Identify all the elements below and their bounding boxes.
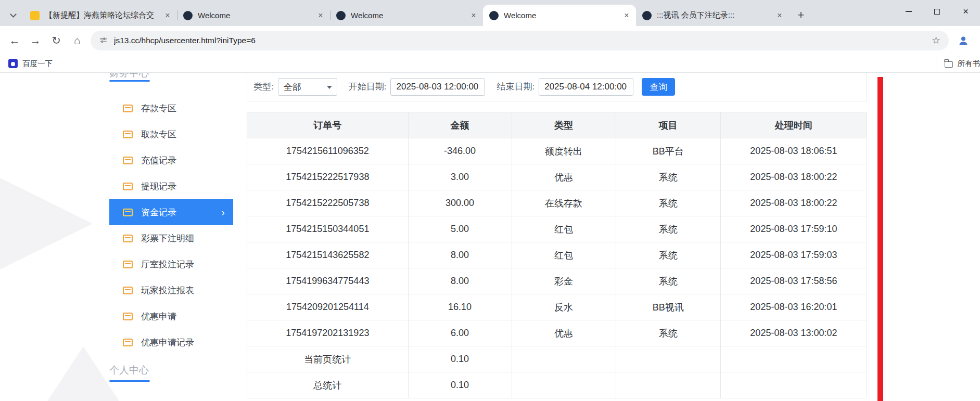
menu-item-label: 充值记录 — [141, 154, 176, 166]
home-button[interactable]: ⌂ — [67, 30, 87, 51]
page-viewport: 财务中心 存款专区 取款专区 充值记录 提现记录 资金记录 › 彩票下注明细 厅… — [0, 73, 980, 401]
browser-tab[interactable]: Welcome × — [177, 5, 330, 26]
end-date-input[interactable] — [539, 78, 633, 96]
reload-button[interactable]: ↻ — [46, 30, 67, 51]
page-scrollbar[interactable] — [877, 77, 883, 401]
bookmark-label: 百度一下 — [22, 59, 53, 69]
sidebar-item-7[interactable]: 厅室投注记录 — [109, 251, 233, 277]
table-cell: 总统计 — [247, 372, 409, 398]
sidebar-item-6[interactable]: 彩票下注明细 — [109, 225, 233, 251]
tab-search-button[interactable] — [5, 7, 21, 23]
maximize-button[interactable] — [923, 0, 951, 23]
table-cell: 当前页统计 — [247, 346, 409, 372]
tab-close-icon[interactable]: × — [468, 10, 479, 21]
bookmark-baidu[interactable]: 百度一下 — [5, 57, 56, 70]
browser-tab[interactable]: :::视讯 会员下注纪录::: × — [636, 5, 789, 26]
sidebar-item-5[interactable]: 资金记录 › — [109, 199, 233, 225]
column-header: 金额 — [408, 112, 512, 138]
table-cell: 系统 — [616, 190, 720, 216]
table-cell: 0.10 — [408, 346, 512, 372]
table-cell: 1754215611096352 — [247, 138, 409, 164]
table-row: 17542151436255828.00红包系统2025-08-03 17:59… — [247, 242, 867, 268]
minimize-icon — [906, 11, 912, 12]
address-bar[interactable]: js13.cc/hhcp/usercenter.html?iniType=6 ☆ — [91, 31, 949, 50]
table-cell: 系统 — [616, 164, 720, 190]
sidebar-item-3[interactable]: 充值记录 — [109, 147, 233, 173]
menu-item-icon — [123, 131, 133, 138]
table-cell — [720, 346, 867, 372]
menu-item-label: 优惠申请 — [141, 311, 176, 322]
profile-button[interactable] — [954, 31, 973, 50]
table-cell: 2025-08-03 17:58:56 — [720, 268, 867, 294]
table-cell: BB平台 — [616, 138, 720, 164]
tab-close-icon[interactable]: × — [315, 10, 326, 21]
menu-item-label: 存款专区 — [141, 102, 176, 114]
table-row: 1754215611096352-346.00额度转出BB平台2025-08-0… — [247, 138, 867, 164]
table-cell — [512, 372, 616, 398]
close-button[interactable]: × — [951, 0, 980, 23]
section-underline — [109, 380, 150, 382]
tab-title: :::视讯 会员下注纪录::: — [657, 10, 774, 20]
chevron-right-icon: › — [221, 206, 225, 218]
tab-title: 【新提醒】海燕策略论坛综合交 — [45, 10, 162, 20]
table-cell: 6.00 — [408, 320, 512, 346]
table-row: 17541972021319236.00优惠系统2025-08-03 13:00… — [247, 320, 867, 346]
forward-button[interactable]: → — [25, 30, 46, 51]
table-cell: 0.10 — [408, 372, 512, 398]
menu-item-icon — [123, 313, 133, 320]
tab-strip-tabs: 【新提醒】海燕策略论坛综合交 × Welcome × Welcome × Wel… — [24, 5, 789, 26]
table-cell: 反水 — [512, 294, 616, 320]
table-cell: 红包 — [512, 242, 616, 268]
table-row: 17541996347754438.00彩金系统2025-08-03 17:58… — [247, 268, 867, 294]
sidebar-item-8[interactable]: 玩家投注报表 — [109, 277, 233, 303]
baidu-favicon-icon — [8, 59, 18, 68]
tab-close-icon[interactable]: × — [621, 10, 632, 21]
table-cell: 彩金 — [512, 268, 616, 294]
sidebar-item-1[interactable]: 存款专区 — [109, 95, 233, 121]
sidebar-item-2[interactable]: 取款专区 — [109, 121, 233, 147]
search-button[interactable]: 查询 — [642, 78, 675, 96]
tab-close-icon[interactable]: × — [162, 10, 173, 21]
new-tab-button[interactable]: + — [793, 7, 809, 23]
back-button[interactable]: ← — [4, 30, 25, 51]
all-bookmarks-button[interactable]: 所有书 — [936, 58, 980, 69]
table-cell: 2025-08-03 18:00:22 — [720, 164, 867, 190]
type-select[interactable]: 全部 — [278, 78, 337, 96]
tab-strip: 【新提醒】海燕策略论坛综合交 × Welcome × Welcome × Wel… — [0, 0, 980, 26]
browser-tab[interactable]: Welcome × — [483, 5, 636, 26]
url-text: js13.cc/hhcp/usercenter.html?iniType=6 — [114, 36, 925, 45]
table-cell: 1754209201254114 — [247, 294, 409, 320]
browser-window: 【新提醒】海燕策略论坛综合交 × Welcome × Welcome × Wel… — [0, 0, 980, 73]
type-label: 类型: — [253, 78, 274, 96]
table-cell: 在线存款 — [512, 190, 616, 216]
browser-tab[interactable]: 【新提醒】海燕策略论坛综合交 × — [24, 5, 177, 26]
tab-close-icon[interactable]: × — [774, 10, 785, 21]
menu-item-icon — [123, 209, 133, 216]
table-cell: 红包 — [512, 216, 616, 242]
menu-item-label: 取款专区 — [141, 128, 176, 140]
sidebar-item-10[interactable]: 优惠申请记录 — [109, 329, 233, 355]
tab-favicon-icon — [183, 11, 193, 20]
table-cell: 系统 — [616, 242, 720, 268]
table-cell: 2025-08-03 18:00:22 — [720, 190, 867, 216]
maximize-icon — [934, 9, 940, 15]
tab-title: Welcome — [504, 11, 621, 20]
table-cell: 1754197202131923 — [247, 320, 409, 346]
browser-tab[interactable]: Welcome × — [330, 5, 483, 26]
table-cell: 2025-08-03 18:06:51 — [720, 138, 867, 164]
start-date-input[interactable] — [390, 78, 485, 96]
bookmarks-bar: 百度一下 所有书 — [0, 55, 980, 73]
table-cell: 1754215143625582 — [247, 242, 409, 268]
bookmark-star-icon[interactable]: ☆ — [932, 34, 940, 46]
chevron-down-icon — [10, 11, 17, 18]
sidebar-item-4[interactable]: 提现记录 — [109, 173, 233, 199]
site-info-icon[interactable] — [99, 36, 108, 45]
browser-toolbar: ← → ↻ ⌂ js13.cc/hhcp/usercenter.html?ini… — [0, 26, 980, 55]
table-cell — [616, 372, 720, 398]
menu-item-icon — [123, 105, 133, 112]
table-cell: 5.00 — [408, 216, 512, 242]
minimize-button[interactable] — [894, 0, 923, 23]
table-row: 175420920125411416.10反水BB视讯2025-08-03 16… — [247, 294, 867, 320]
table-row: 当前页统计0.10 — [247, 346, 867, 372]
sidebar-item-9[interactable]: 优惠申请 — [109, 303, 233, 329]
